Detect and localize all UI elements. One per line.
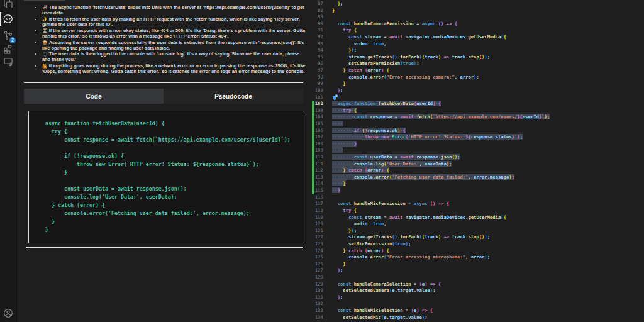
code-text: };: [332, 87, 343, 94]
code-text: const handleCameraSelection = (e) => {: [332, 281, 441, 288]
editor-line[interactable]: 92 const stream = await navigator.mediaD…: [309, 34, 644, 41]
code-text: const handleCameraPermission = async () …: [332, 21, 457, 28]
editor-line[interactable]: 130 setSelectedCamera(e.target.value);: [309, 287, 644, 294]
copilot-icon[interactable]: [332, 94, 338, 101]
editor-line[interactable]: 104········const·response·=·await·fetch(…: [309, 114, 644, 121]
code-text: setMicPermission(true);: [332, 241, 411, 248]
panel-code-line: console.error('Fetching user data failed…: [45, 209, 300, 218]
editor-line[interactable]: 126 }: [309, 261, 644, 268]
editor-line[interactable]: 98 console.error("Error accessing camera…: [309, 74, 644, 81]
editor-line[interactable]: 89: [309, 14, 644, 21]
line-number: 88: [309, 8, 323, 14]
editor-line[interactable]: 132: [309, 301, 644, 308]
code-text: ····try·{: [332, 108, 357, 114]
line-number: 101: [309, 94, 323, 101]
editor-line[interactable]: 105····: [309, 121, 644, 128]
divider-line: [24, 82, 303, 83]
editor-line[interactable]: 115··}: [309, 187, 644, 194]
code-text: setSelectedCamera(e.target.value);: [332, 287, 435, 294]
editor-line[interactable]: 124 } catch (error) {: [309, 248, 644, 255]
editor-line[interactable]: 99 }: [309, 80, 644, 87]
editor-line[interactable]: 94 });: [309, 47, 644, 54]
selection-highlight: ········if·(!response.ok)·{: [332, 128, 406, 133]
account-icon[interactable]: [0, 306, 16, 321]
code-text: }: [332, 80, 346, 87]
tab-bar: Code Pseudocode: [24, 89, 303, 104]
panel-code-line: if (!response.ok) {: [45, 152, 300, 160]
line-number: 96: [309, 60, 323, 67]
line-number: 89: [309, 14, 323, 21]
tab-code[interactable]: Code: [24, 89, 164, 104]
editor-line[interactable]: 106········if·(!response.ok)·{: [309, 128, 644, 135]
editor-line[interactable]: 120 audio: true,: [309, 221, 644, 228]
panel-code-line: try {: [45, 128, 300, 136]
line-number: 133: [309, 308, 323, 314]
bullet-emoji: 📱: [42, 52, 48, 56]
panel-code-line: [45, 144, 300, 152]
editor-line[interactable]: 110········const·userData·=·await·respon…: [309, 154, 644, 161]
code-text: ········console.log('User Data:',·userDa…: [332, 161, 452, 168]
editor-line[interactable]: 125 console.error("Error accessing micro…: [309, 254, 644, 261]
chat-code-icon[interactable]: [0, 11, 16, 26]
line-number: 126: [309, 261, 323, 268]
line-number: 106: [309, 128, 323, 135]
editor-line[interactable]: 116: [309, 194, 644, 201]
code-text: ··}: [332, 187, 340, 194]
editor-line[interactable]: 129 const handleCameraSelection = (e) =>…: [309, 281, 644, 288]
code-editor[interactable]: 87 };88}8990 const handleCameraPermissio…: [309, 0, 644, 322]
editor-line[interactable]: 122 stream.getTracks().forEach((track) =…: [309, 234, 644, 241]
editor-line[interactable]: 118 try {: [309, 208, 644, 214]
editor-line[interactable]: 133 const handleMicSelection = (e) => {: [309, 308, 644, 314]
editor-line[interactable]: 90 const handleCameraPermission = async …: [309, 21, 644, 28]
graph-icon[interactable]: 2: [0, 28, 16, 43]
code-text: const stream = await navigator.mediaDevi…: [332, 214, 506, 221]
editor-line[interactable]: 102··async·function·fetchUserData(userId…: [309, 101, 644, 108]
editor-line[interactable]: 97 } catch (error) {: [309, 67, 644, 74]
panel-code-line: } catch (error) {: [45, 201, 300, 209]
code-text: stream.getTracks().forEach((track) => tr…: [332, 234, 490, 241]
code-text: stream.getTracks().forEach((track) => tr…: [332, 54, 490, 61]
editor-line[interactable]: 88}: [309, 8, 644, 14]
editor-line[interactable]: 101: [309, 94, 644, 101]
line-number: 100: [309, 87, 323, 94]
editor-line[interactable]: 128: [309, 274, 644, 281]
bullet-text: It tries to fetch the user data by makin…: [42, 16, 300, 28]
editor-line[interactable]: 123 setMicPermission(true);: [309, 241, 644, 248]
editor-line[interactable]: 95 stream.getTracks().forEach((track) =>…: [309, 54, 644, 61]
editor-line[interactable]: 93 video: true,: [309, 41, 644, 48]
panel-code-line: const userData = await response.json();: [45, 185, 300, 193]
bullet-emoji: ✨: [42, 17, 48, 21]
files-icon[interactable]: [0, 0, 16, 11]
explanation-panel: 🚀The async function 'fetchUserData' slid…: [17, 0, 310, 322]
editor-line[interactable]: 119 const stream = await navigator.media…: [309, 214, 644, 221]
editor-line[interactable]: 117 const handleMicPermission = async ()…: [309, 201, 644, 208]
editor-line[interactable]: 134 setSelectedMic(e.target.value);: [309, 314, 644, 321]
remote-window-icon[interactable]: [0, 54, 16, 69]
editor-line[interactable]: 111········console.log('User Data:',·use…: [309, 161, 644, 168]
editor-line[interactable]: 87 };: [309, 1, 644, 8]
selection-highlight: ··async·function·fetchUserData(userId)·{: [332, 101, 441, 106]
divider-line: [26, 247, 303, 248]
editor-line[interactable]: 121 });: [309, 228, 644, 235]
selection-highlight: ····try·{: [332, 108, 357, 113]
editor-line[interactable]: 96 setCameraPermission(true);: [309, 60, 644, 67]
editor-line[interactable]: 108········}: [309, 141, 644, 148]
line-number: 94: [309, 47, 323, 54]
line-number: 114: [309, 180, 323, 187]
editor-line[interactable]: 100 };: [309, 87, 644, 94]
tab-pseudocode[interactable]: Pseudocode: [164, 89, 303, 104]
editor-line[interactable]: 112····}·catch·(error)·{: [309, 167, 644, 174]
editor-line[interactable]: 103····try·{: [309, 108, 644, 114]
editor-line[interactable]: 91 try {: [309, 27, 644, 34]
editor-line[interactable]: 127 };: [309, 267, 644, 274]
editor-line[interactable]: 114····}: [309, 180, 644, 187]
editor-line[interactable]: 107············throw·new·Error(`HTTP err…: [309, 134, 644, 141]
editor-line[interactable]: 113········console.error('Fetching user …: [309, 174, 644, 181]
line-number: 110: [309, 154, 323, 161]
panel-code-line: }: [45, 169, 300, 177]
editor-line[interactable]: 109····: [309, 147, 644, 154]
panel-code-line: async function fetchUserData(userId) {: [45, 119, 300, 128]
code-text: ····: [332, 147, 343, 154]
editor-line[interactable]: 131 };: [309, 294, 644, 301]
code-text: ········}: [332, 141, 357, 148]
